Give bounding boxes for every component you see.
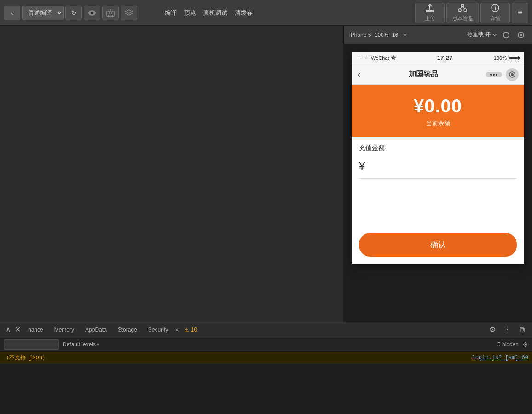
svg-point-13 [458, 9, 461, 12]
svg-point-1 [91, 12, 93, 14]
balance-header: ¥0.00 当前余额 [352, 85, 524, 137]
svg-point-23 [511, 73, 514, 76]
balance-label: 当前余额 [359, 119, 517, 128]
svg-line-16 [463, 7, 465, 9]
compile-button[interactable]: 编译 [165, 7, 177, 19]
svg-point-14 [464, 9, 467, 12]
debug-tab-bar: ∧ ✕ nance Memory AppData Storage Securit… [0, 322, 532, 337]
carrier-label: WeChat [371, 55, 389, 61]
debug-expand-button[interactable]: ⧉ [515, 323, 528, 336]
debug-dots-button[interactable]: ⋮ [501, 323, 514, 336]
warning-count: 10 [191, 327, 197, 333]
filter-levels-chevron: ▾ [97, 341, 99, 348]
toolbar-left: ‹ 普通编译 ↻ [4, 6, 137, 20]
record-icon [509, 71, 515, 78]
collapse-button[interactable]: ∧ [4, 323, 13, 336]
confirm-button[interactable]: 确认 [359, 233, 517, 257]
spacer [359, 192, 517, 229]
log-line-0: （不支持 json） login.js? [sm]:60 [0, 352, 532, 364]
top-right-actions: 上传 版本管理 详情 [415, 3, 528, 23]
eye-button[interactable] [84, 6, 100, 20]
debug-tab-security[interactable]: Security [143, 324, 173, 336]
log-text-0: （不支持 json） [4, 354, 472, 362]
status-right: 100% [494, 55, 519, 61]
warning-icon: ⚠ [184, 327, 189, 333]
svg-point-19 [495, 5, 496, 6]
svg-point-6 [110, 9, 111, 10]
debug-tab-appdata[interactable]: AppData [80, 324, 112, 336]
preview-icons [501, 29, 526, 41]
upload-icon [425, 4, 434, 14]
device-label: iPhone 5 100% 16 [349, 32, 398, 38]
filter-levels-label: Default levels [63, 341, 96, 348]
svg-marker-9 [125, 10, 133, 13]
phone-frame: ••••• WeChat 奇 17:27 100% ‹ 加国臻品 [352, 52, 524, 264]
svg-rect-7 [108, 15, 109, 17]
nav-actions [486, 68, 519, 81]
filter-levels-button[interactable]: Default levels ▾ [63, 341, 99, 348]
detail-button[interactable]: 详情 [480, 3, 510, 23]
signal-dots: ••••• [357, 56, 368, 60]
detail-label: 详情 [490, 15, 500, 22]
more-button[interactable]: ≡ [512, 3, 528, 23]
svg-line-15 [460, 7, 463, 9]
preview-stop-button[interactable] [515, 29, 526, 41]
debug-settings-button[interactable]: ⚙ [486, 323, 499, 336]
version-label: 版本管理 [452, 15, 473, 22]
log-link-0[interactable]: login.js? [sm]:60 [472, 355, 528, 361]
clear-cache-button[interactable]: 清缓存 [235, 7, 253, 19]
currency-symbol: ¥ [359, 160, 365, 173]
layers-button[interactable] [121, 6, 137, 20]
nav-more-button[interactable] [486, 72, 502, 77]
status-time: 17:27 [396, 54, 494, 61]
recharge-title: 充值金额 [359, 144, 517, 152]
preview-top-bar: iPhone 5 100% 16 热重载 开 [344, 26, 532, 44]
nav-title: 加国臻品 [361, 70, 486, 79]
battery-percent: 100% [494, 55, 507, 61]
close-debug-button[interactable]: ✕ [13, 323, 23, 336]
svg-rect-4 [111, 12, 112, 14]
preview-button[interactable]: 预览 [184, 7, 196, 19]
svg-rect-2 [107, 11, 114, 17]
phone-status-bar: ••••• WeChat 奇 17:27 100% [352, 52, 524, 64]
compile-mode-select[interactable]: 普通编译 [22, 6, 64, 20]
recharge-section: 充值金额 ¥ 确认 [352, 137, 524, 264]
robot-button[interactable] [102, 6, 119, 20]
version-button[interactable]: 版本管理 [446, 3, 479, 23]
upload-button[interactable]: 上传 [415, 3, 445, 23]
wifi-icon: 奇 [391, 54, 396, 61]
nav-dot-1 [490, 74, 492, 76]
battery-fill [509, 57, 518, 59]
debug-log-area: （不支持 json） login.js? [sm]:60 [0, 352, 532, 414]
recharge-input-row: ¥ [359, 160, 517, 179]
nav-back-button[interactable]: ‹ [357, 68, 361, 81]
nav-record-button[interactable] [506, 68, 519, 81]
top-toolbar: ‹ 普通编译 ↻ [0, 0, 532, 26]
filter-input[interactable] [4, 339, 59, 350]
balance-amount: ¥0.00 [359, 96, 517, 117]
debug-panel: ∧ ✕ nance Memory AppData Storage Securit… [0, 322, 532, 414]
hotreload-section: 热重载 开 [467, 31, 497, 39]
filter-settings-button[interactable]: ⚙ [522, 341, 528, 348]
svg-rect-21 [520, 34, 522, 36]
dropdown-icon [403, 33, 407, 37]
filter-levels: Default levels ▾ [63, 341, 99, 348]
debug-tab-performance[interactable]: nance [23, 324, 49, 336]
debug-filter-bar: Default levels ▾ 5 hidden ⚙ [0, 337, 532, 352]
detail-icon [491, 4, 500, 14]
version-icon [458, 4, 467, 14]
hotreload-chevron [492, 33, 497, 37]
debug-tab-memory[interactable]: Memory [49, 324, 80, 336]
debug-tab-storage[interactable]: Storage [112, 324, 143, 336]
back-button[interactable]: ‹ [4, 6, 20, 20]
device-debug-button[interactable]: 真机调试 [203, 7, 227, 19]
status-left: ••••• WeChat 奇 [357, 54, 396, 61]
battery-bar [509, 56, 519, 60]
preview-refresh-button[interactable] [501, 29, 512, 41]
svg-point-12 [461, 4, 464, 7]
refresh-button[interactable]: ↻ [65, 6, 82, 20]
debug-tab-more[interactable]: » [173, 324, 180, 336]
amount-input[interactable] [369, 161, 517, 172]
warning-badge[interactable]: ⚠ 10 [180, 325, 201, 335]
wechat-nav: ‹ 加国臻品 [352, 64, 524, 85]
